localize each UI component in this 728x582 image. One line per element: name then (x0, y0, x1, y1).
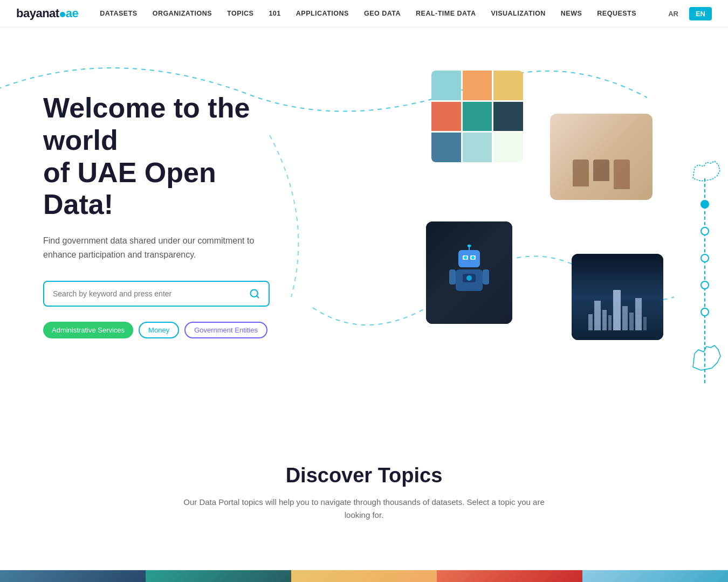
svg-rect-13 (483, 269, 489, 285)
svg-point-5 (464, 256, 467, 259)
logo-text: bayanatae (16, 6, 78, 20)
bottom-image-1: 🏛️ (0, 570, 146, 582)
dot-indicator-3 (700, 281, 709, 289)
collage-cell-6 (493, 102, 523, 131)
hero-content: Welcome to the world of UAE Open Data! F… (0, 27, 324, 371)
nav-101[interactable]: 101 (269, 10, 280, 17)
collage-cell-5 (463, 102, 492, 131)
dot-indicator-4 (700, 308, 709, 316)
nav-applications[interactable]: APPLICATIONS (296, 10, 349, 17)
tag-money[interactable]: Money (139, 322, 179, 338)
hero-subtitle: Find government data shared under our co… (43, 234, 280, 261)
nav-organizations[interactable]: ORGANIZATIONS (153, 10, 212, 17)
lang-en-button[interactable]: EN (689, 7, 712, 20)
image-collage-city (572, 254, 663, 340)
collage-cell-2 (463, 71, 492, 100)
hero-section: Welcome to the world of UAE Open Data! F… (0, 27, 728, 432)
search-input[interactable] (44, 282, 241, 306)
bottom-image-5: 💧 (582, 570, 728, 582)
nav-requests[interactable]: REQUESTS (597, 10, 636, 17)
svg-line-1 (257, 296, 259, 298)
topic-tags: Administrative Services Money Government… (43, 322, 280, 338)
svg-point-11 (466, 275, 472, 281)
bottom-image-3: 🌅 (291, 570, 437, 582)
image-collage-robot (426, 221, 512, 324)
nav-datasets[interactable]: DATASETS (100, 10, 138, 17)
nav-news[interactable]: NEWS (561, 10, 582, 17)
uae-map-top (690, 157, 723, 186)
collage-cell-9 (493, 133, 523, 162)
main-nav: DATASETS ORGANIZATIONS TOPICS 101 APPLIC… (100, 10, 662, 17)
collage-cell-1 (431, 71, 461, 100)
uae-map-icon-bottom (690, 340, 723, 372)
bottom-image-4: 🏙️ (437, 570, 582, 582)
hero-title: Welcome to the world of UAE Open Data! (43, 92, 280, 221)
header: bayanatae DATASETS ORGANIZATIONS TOPICS … (0, 0, 728, 27)
image-collage-grid (431, 71, 523, 162)
search-icon (249, 288, 260, 299)
svg-point-8 (468, 245, 471, 247)
language-switcher: AR EN (662, 7, 712, 20)
dot-indicator-2 (700, 254, 709, 262)
svg-rect-12 (449, 269, 456, 285)
discover-subtitle: Our Data Portal topics will help you to … (175, 496, 553, 522)
image-collage-office (550, 114, 653, 200)
nav-topics[interactable]: TOPICS (227, 10, 253, 17)
svg-point-6 (471, 256, 475, 259)
logo[interactable]: bayanatae (16, 6, 78, 20)
dot-indicator-1 (700, 227, 709, 235)
collage-cell-4 (431, 102, 461, 131)
collage-cell-7 (431, 133, 461, 162)
collage-cell-3 (493, 71, 523, 100)
uae-map-icon-top (690, 157, 723, 184)
discover-section: Discover Topics Our Data Portal topics w… (0, 432, 728, 565)
lang-ar-button[interactable]: AR (662, 7, 685, 20)
bottom-image-2: 🌿 (146, 570, 291, 582)
robot-illustration (448, 245, 491, 299)
search-button[interactable] (241, 282, 269, 306)
dot-indicator-active (700, 200, 709, 209)
uae-map-bottom (690, 340, 723, 375)
tag-administrative-services[interactable]: Administrative Services (43, 322, 133, 338)
svg-rect-2 (458, 250, 480, 267)
nav-geo-data[interactable]: GEO DATA (364, 10, 401, 17)
nav-visualization[interactable]: VISUALIZATION (491, 10, 545, 17)
bottom-image-row: 🏛️ 🌿 🌅 🏙️ 💧 (0, 570, 728, 582)
collage-cell-8 (463, 133, 492, 162)
tag-government-entities[interactable]: Government Entities (184, 322, 267, 338)
nav-real-time-data[interactable]: REAL-TIME DATA (416, 10, 476, 17)
discover-title: Discover Topics (43, 464, 685, 487)
search-box (43, 281, 270, 307)
